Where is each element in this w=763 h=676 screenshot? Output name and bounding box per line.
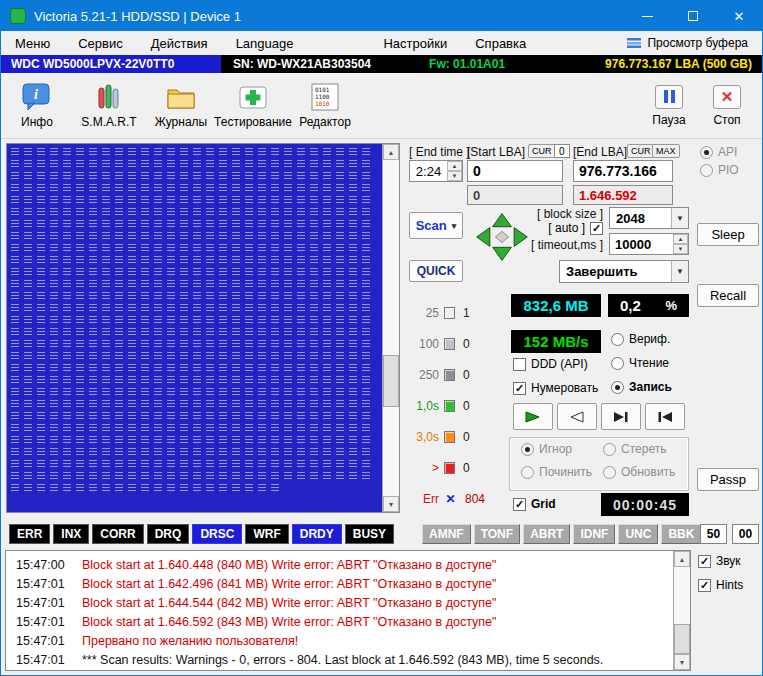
log-line[interactable]: 15:47:01 *** Scan results: Warnings - 0,… xyxy=(6,650,673,669)
verify-radio[interactable]: Вериф. xyxy=(611,332,670,346)
quick-button[interactable]: QUICK xyxy=(409,260,463,282)
menu-item[interactable]: Действия xyxy=(137,31,222,55)
step-back-button[interactable] xyxy=(557,403,597,430)
smart-button[interactable]: S.M.A.R.T xyxy=(73,75,145,137)
menu-item[interactable]: Настройки xyxy=(369,31,461,55)
info-button[interactable]: i Инфо xyxy=(1,75,73,137)
api-radio[interactable]: API xyxy=(700,145,737,159)
end-time-value[interactable]: 2:24 xyxy=(410,161,447,181)
sleep-button[interactable]: Sleep xyxy=(697,223,759,246)
status-register[interactable]: ERR xyxy=(9,524,50,544)
error-flag[interactable]: TONF xyxy=(474,524,520,544)
auto-checkbox[interactable]: [ auto ] ✓ xyxy=(529,221,603,235)
timeout-value[interactable]: 10000 xyxy=(610,234,673,254)
minimize-button[interactable] xyxy=(624,1,670,31)
finish-action-dropdown[interactable]: Завершить ▼ xyxy=(559,260,689,283)
stop-button[interactable]: ✕ Стоп xyxy=(698,75,756,137)
pause-button[interactable]: Пауза xyxy=(640,75,698,137)
end-time-spinner[interactable]: 2:24 ▲ ▼ xyxy=(409,160,463,182)
spin-up-icon[interactable]: ▲ xyxy=(673,234,688,244)
menu-item[interactable]: Language xyxy=(222,31,308,55)
menu-item[interactable]: Сервис xyxy=(64,31,137,55)
error-flag[interactable]: IDNF xyxy=(573,524,615,544)
log-line[interactable]: 15:47:01 Block start at 1.646.592 (843 M… xyxy=(6,612,673,631)
status-register[interactable]: DRDY xyxy=(292,524,342,544)
buffer-view-button[interactable]: Просмотр буфера xyxy=(627,31,762,55)
log-line[interactable]: 15:47:01 Block start at 1.642.496 (841 M… xyxy=(6,574,673,593)
scan-block xyxy=(321,374,334,386)
scroll-up-icon[interactable]: ▲ xyxy=(383,144,399,160)
pio-radio[interactable]: PIO xyxy=(700,163,739,177)
end-lba-max-button[interactable]: MAX xyxy=(652,144,680,158)
repair-radio[interactable]: Починить xyxy=(521,465,592,479)
skip-to-end-button[interactable] xyxy=(645,403,685,430)
scan-block xyxy=(321,398,334,410)
sound-checkbox[interactable]: ✓ Звук xyxy=(698,554,741,568)
numerate-checkbox[interactable]: ✓ Нумеровать xyxy=(513,381,598,395)
status-register[interactable]: WRF xyxy=(245,524,288,544)
error-flag[interactable]: AMNF xyxy=(422,524,471,544)
refresh-radio[interactable]: Обновить xyxy=(603,465,675,479)
play-button[interactable] xyxy=(513,403,553,430)
spin-down-icon[interactable]: ▼ xyxy=(673,244,688,254)
start-lba-cur-button[interactable]: CUR xyxy=(528,144,556,158)
log-line[interactable]: 15:47:01 Прервано по желанию пользовател… xyxy=(6,631,673,650)
scroll-up-icon[interactable]: ▲ xyxy=(674,551,690,567)
map-scrollbar[interactable]: ▲ ▼ xyxy=(382,144,399,512)
dropdown-arrow-icon[interactable]: ▼ xyxy=(671,261,688,282)
status-register[interactable]: DRQ xyxy=(147,524,190,544)
editor-button[interactable]: 0101 1100 1010 Редактор xyxy=(289,75,361,137)
status-register[interactable]: INX xyxy=(53,524,89,544)
scan-block xyxy=(334,242,347,254)
ddd-api-checkbox[interactable]: ✓ DDD (API) xyxy=(513,357,588,371)
scan-button[interactable]: Scan ▾ xyxy=(409,212,463,239)
timeout-spinner[interactable]: 10000 ▲ ▼ xyxy=(609,233,689,255)
scan-block xyxy=(321,470,334,482)
scan-block xyxy=(204,206,217,218)
map-scroll-track[interactable] xyxy=(383,160,399,496)
status-register[interactable]: CORR xyxy=(92,524,143,544)
ignore-radio[interactable]: Игнор xyxy=(521,442,572,456)
close-button[interactable]: ✕ xyxy=(716,1,762,31)
menu-item[interactable]: Меню xyxy=(1,31,64,55)
device-model[interactable]: WDC WD5000LPVX-22V0TT0 xyxy=(1,55,221,73)
write-radio[interactable]: Запись xyxy=(611,380,672,394)
error-flag[interactable]: ABRT xyxy=(523,524,570,544)
log-line[interactable]: 15:47:01 Block start at 1.644.544 (842 M… xyxy=(6,593,673,612)
log-scrollbar[interactable]: ▲ ▼ xyxy=(673,551,690,670)
scan-block xyxy=(282,434,295,446)
log-scroll-thumb[interactable] xyxy=(674,624,690,654)
end-lba-cur-button[interactable]: CUR xyxy=(627,144,655,158)
logs-button[interactable]: Журналы xyxy=(145,75,217,137)
test-button[interactable]: Тестирование xyxy=(217,75,289,137)
spin-down-icon[interactable]: ▼ xyxy=(447,171,462,181)
dropdown-arrow-icon[interactable]: ▼ xyxy=(671,208,688,228)
end-lba-input[interactable]: 976.773.166 xyxy=(573,160,673,182)
scan-block xyxy=(113,398,126,410)
hints-checkbox[interactable]: ✓ Hints xyxy=(698,578,743,592)
log-scroll-track[interactable] xyxy=(674,567,690,654)
spin-up-icon[interactable]: ▲ xyxy=(447,161,462,171)
log-line[interactable]: 15:47:00 Block start at 1.640.448 (840 M… xyxy=(6,555,673,574)
map-scroll-thumb[interactable] xyxy=(383,355,399,407)
status-register[interactable]: BUSY xyxy=(345,524,394,544)
passp-button[interactable]: Passp xyxy=(697,468,759,491)
start-lba-input[interactable]: 0 xyxy=(467,160,563,182)
error-flag[interactable]: UNC xyxy=(618,524,658,544)
status-register[interactable]: DRSC xyxy=(192,524,242,544)
scroll-down-icon[interactable]: ▼ xyxy=(674,654,690,670)
block-size-dropdown[interactable]: 2048 ▼ xyxy=(609,207,689,229)
skip-forward-button[interactable] xyxy=(601,403,641,430)
menu-item[interactable]: Справка xyxy=(461,31,540,55)
read-radio[interactable]: Чтение xyxy=(611,356,669,370)
timeout-spin-buttons[interactable]: ▲ ▼ xyxy=(673,234,688,254)
scroll-down-icon[interactable]: ▼ xyxy=(383,496,399,512)
navigate-diamond[interactable] xyxy=(473,208,531,266)
scan-block xyxy=(256,266,269,278)
end-time-spin-buttons[interactable]: ▲ ▼ xyxy=(447,161,462,181)
error-flag[interactable]: BBK xyxy=(661,524,701,544)
grid-checkbox[interactable]: ✓ Grid xyxy=(513,497,556,511)
erase-radio[interactable]: Стереть xyxy=(603,442,666,456)
maximize-button[interactable] xyxy=(670,1,716,31)
recall-button[interactable]: Recall xyxy=(697,284,759,307)
